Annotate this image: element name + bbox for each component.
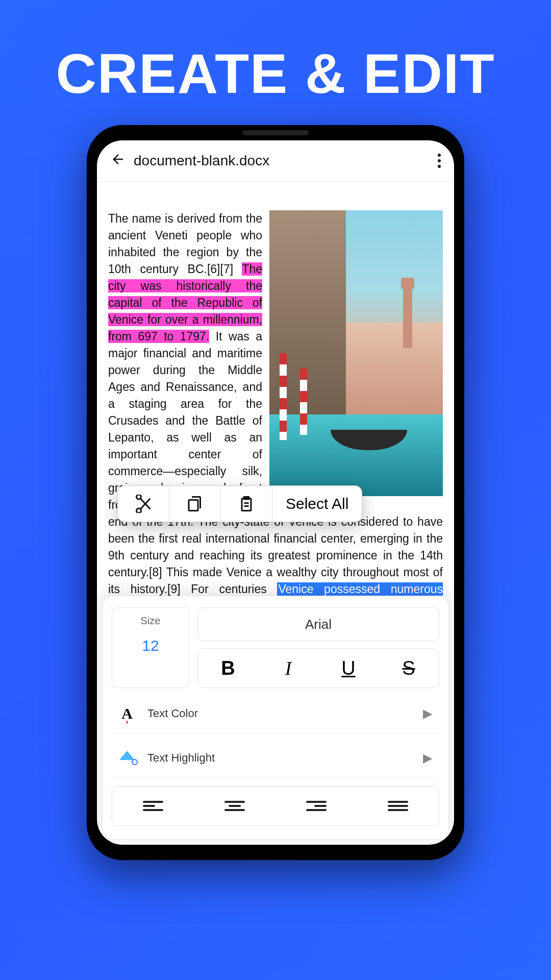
font-family-selector[interactable]: Arial xyxy=(197,607,439,641)
copy-icon xyxy=(186,495,204,513)
promo-title: CREATE & EDIT xyxy=(0,0,551,106)
underline-button[interactable]: U xyxy=(318,649,379,688)
strikethrough-button[interactable]: S xyxy=(379,649,439,688)
copy-button[interactable] xyxy=(169,486,221,522)
align-justify-icon xyxy=(388,799,408,813)
text-style-row: B I U S xyxy=(197,648,439,688)
align-right-button[interactable] xyxy=(276,787,357,825)
highlight-icon xyxy=(119,751,135,763)
align-left-button[interactable] xyxy=(112,787,194,825)
italic-button[interactable]: I xyxy=(258,649,318,688)
text-context-menu: Select All xyxy=(117,485,362,522)
document-title: document-blank.docx xyxy=(134,153,436,169)
text-segment[interactable]: The name is derived from the ancient Ven… xyxy=(108,212,262,276)
format-panel: Size 12 Arial B I U S A Text Color ▶ xyxy=(102,596,449,840)
dots-vertical-icon xyxy=(438,154,441,157)
phone-frame: document-blank.docx The name is derived … xyxy=(87,125,464,860)
more-options-button[interactable] xyxy=(436,147,443,175)
text-highlight-label: Text Highlight xyxy=(142,751,423,765)
phone-notch xyxy=(242,130,309,135)
alignment-row xyxy=(112,786,439,826)
select-all-button[interactable]: Select All xyxy=(272,486,362,522)
document-area[interactable]: The name is derived from the ancient Ven… xyxy=(97,182,454,626)
align-left-icon xyxy=(143,799,163,813)
align-justify-button[interactable] xyxy=(357,787,439,825)
text-color-icon: A xyxy=(121,705,133,722)
chevron-right-icon: ▶ xyxy=(423,751,439,765)
back-button[interactable] xyxy=(108,147,134,175)
text-highlight-option[interactable]: Text Highlight ▶ xyxy=(112,740,439,777)
font-size-selector[interactable]: Size 12 xyxy=(112,607,189,688)
font-size-label: Size xyxy=(112,615,189,627)
font-size-value: 12 xyxy=(112,637,189,654)
arrow-left-icon xyxy=(110,152,126,167)
align-right-icon xyxy=(306,799,327,813)
app-screen: document-blank.docx The name is derived … xyxy=(97,140,454,845)
scissors-icon xyxy=(134,495,153,513)
bold-button[interactable]: B xyxy=(198,649,258,688)
cut-button[interactable] xyxy=(118,486,169,522)
paste-button[interactable] xyxy=(221,486,272,522)
document-image xyxy=(269,210,443,496)
text-color-label: Text Color xyxy=(142,707,423,720)
align-center-button[interactable] xyxy=(194,787,276,825)
app-header: document-blank.docx xyxy=(97,140,454,182)
align-center-icon xyxy=(224,799,245,813)
chevron-right-icon: ▶ xyxy=(423,706,439,721)
clipboard-icon xyxy=(237,495,256,513)
text-color-option[interactable]: A Text Color ▶ xyxy=(112,695,439,732)
